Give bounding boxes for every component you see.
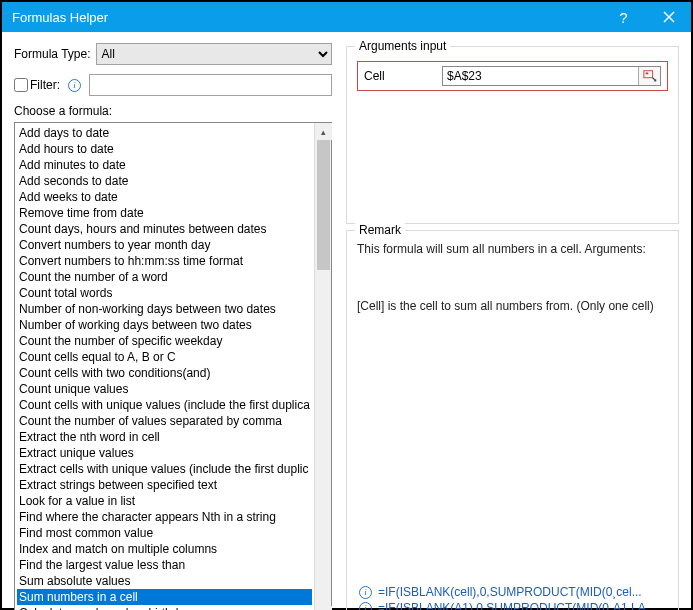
arguments-group-label: Arguments input <box>355 39 450 53</box>
formula-preview-2[interactable]: i =IF(ISBLANK(A1),0,SUMPRODUCT(MID(0¸A1,… <box>357 601 668 610</box>
scrollbar[interactable]: ▴ ▾ <box>314 123 331 610</box>
list-item[interactable]: Add weeks to date <box>17 189 312 205</box>
list-item[interactable]: Sum absolute values <box>17 573 312 589</box>
list-item[interactable]: Extract the nth word in cell <box>17 429 312 445</box>
content: Formula Type: All Filter: i Choose a for… <box>2 32 691 610</box>
list-item[interactable]: Count the number of values separated by … <box>17 413 312 429</box>
dialog-window: Formulas Helper ? Formula Type: All Filt… <box>0 0 693 610</box>
remark-group-label: Remark <box>355 223 405 237</box>
list-item[interactable]: Remove time from date <box>17 205 312 221</box>
remark-formulas: i =IF(ISBLANK(cell),0,SUMPRODUCT(MID(0¸c… <box>357 583 668 610</box>
scroll-thumb[interactable] <box>317 140 330 270</box>
cell-argument-row: Cell <box>357 61 668 91</box>
list-item[interactable]: Extract strings between specified text <box>17 477 312 493</box>
list-item[interactable]: Convert numbers to hh:mm:ss time format <box>17 253 312 269</box>
list-item[interactable]: Number of working days between two dates <box>17 317 312 333</box>
list-item[interactable]: Count cells equal to A, B or C <box>17 349 312 365</box>
list-item[interactable]: Add seconds to date <box>17 173 312 189</box>
formula-type-row: Formula Type: All <box>14 42 332 66</box>
list-item[interactable]: Count cells with two conditions(and) <box>17 365 312 381</box>
arguments-group: Arguments input Cell <box>346 46 679 224</box>
remark-group: Remark This formula will sum all numbers… <box>346 230 679 610</box>
formula-listbox[interactable]: Add days to dateAdd hours to dateAdd min… <box>14 122 332 610</box>
close-button[interactable] <box>646 2 691 32</box>
list-item[interactable]: Count total words <box>17 285 312 301</box>
formula-type-select[interactable]: All <box>96 43 332 65</box>
list-item[interactable]: Number of non-working days between two d… <box>17 301 312 317</box>
remark-desc: This formula will sum all numbers in a c… <box>357 241 668 258</box>
scroll-up-icon[interactable]: ▴ <box>315 123 332 140</box>
left-pane: Formula Type: All Filter: i Choose a for… <box>14 42 332 610</box>
window-title: Formulas Helper <box>12 10 108 25</box>
filter-label: Filter: <box>30 78 60 92</box>
list-item[interactable]: Extract cells with unique values (includ… <box>17 461 312 477</box>
list-item[interactable]: Add hours to date <box>17 141 312 157</box>
close-icon <box>663 11 675 23</box>
info-icon[interactable]: i <box>68 79 81 92</box>
svg-rect-3 <box>645 73 648 75</box>
filter-input[interactable] <box>89 74 332 96</box>
list-item[interactable]: Count the number of specific weekday <box>17 333 312 349</box>
cell-input-wrap <box>442 66 661 86</box>
list-item[interactable]: Count the number of a word <box>17 269 312 285</box>
list-item[interactable]: Calculate age based on birthday <box>17 605 312 610</box>
info-icon: i <box>359 602 372 611</box>
list-item[interactable]: Convert numbers to year month day <box>17 237 312 253</box>
list-item[interactable]: Find where the character appears Nth in … <box>17 509 312 525</box>
range-picker-button[interactable] <box>638 67 660 85</box>
list-item[interactable]: Index and match on multiple columns <box>17 541 312 557</box>
list-item[interactable]: Look for a value in list <box>17 493 312 509</box>
help-button[interactable]: ? <box>601 2 646 32</box>
choose-formula-label: Choose a formula: <box>14 104 332 118</box>
right-pane: Arguments input Cell <box>346 42 679 610</box>
list-item[interactable]: Find the largest value less than <box>17 557 312 573</box>
filter-checkbox[interactable] <box>14 78 28 92</box>
list-item[interactable]: Count unique values <box>17 381 312 397</box>
list-item[interactable]: Sum numbers in a cell <box>17 589 312 605</box>
remark-arg-text: [Cell] is the cell to sum all numbers fr… <box>357 298 668 315</box>
list-item[interactable]: Add days to date <box>17 125 312 141</box>
list-item[interactable]: Add minutes to date <box>17 157 312 173</box>
info-icon: i <box>359 586 372 599</box>
formula-preview-1[interactable]: i =IF(ISBLANK(cell),0,SUMPRODUCT(MID(0¸c… <box>357 585 668 599</box>
scroll-down-icon[interactable]: ▾ <box>315 606 332 610</box>
filter-row: Filter: i <box>14 73 332 97</box>
list-item[interactable]: Count days, hours and minutes between da… <box>17 221 312 237</box>
range-picker-icon <box>643 69 657 83</box>
cell-label: Cell <box>364 69 432 83</box>
list-item[interactable]: Extract unique values <box>17 445 312 461</box>
cell-input[interactable] <box>443 67 638 85</box>
titlebar: Formulas Helper ? <box>2 2 691 32</box>
list-item[interactable]: Find most common value <box>17 525 312 541</box>
formula-type-label: Formula Type: <box>14 47 90 61</box>
list-item[interactable]: Count cells with unique values (include … <box>17 397 312 413</box>
